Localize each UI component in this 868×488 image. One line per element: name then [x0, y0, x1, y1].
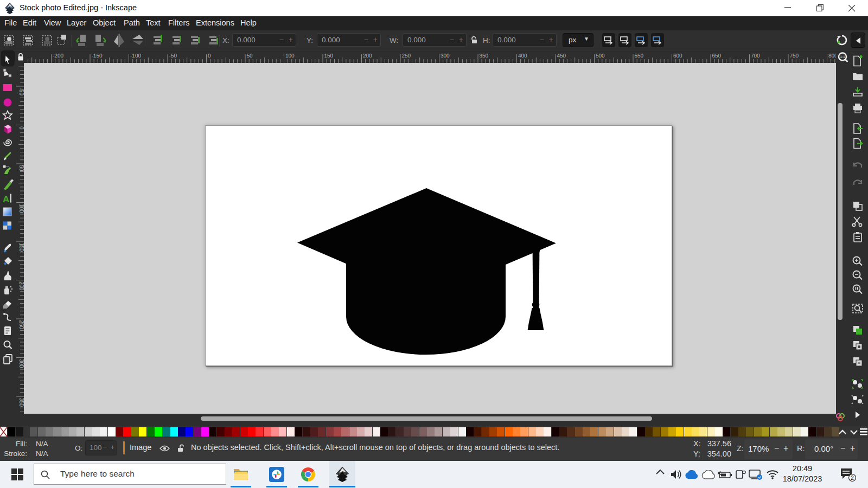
svg-text:550: 550	[634, 53, 643, 59]
svg-text:0: 0	[208, 53, 211, 59]
svg-text:50: 50	[246, 53, 253, 59]
svg-text:A: A	[3, 194, 9, 204]
svg-text:150: 150	[18, 243, 24, 252]
svg-text:350: 350	[18, 398, 24, 407]
svg-text:-150: -150	[91, 53, 102, 59]
svg-text:650: 650	[712, 53, 721, 59]
svg-text:150: 150	[324, 53, 333, 59]
svg-text:100: 100	[285, 53, 295, 59]
svg-text:200: 200	[363, 53, 372, 59]
svg-text:1:1: 1:1	[840, 55, 845, 59]
svg-text:350: 350	[479, 53, 488, 59]
svg-text:750: 750	[789, 53, 799, 59]
svg-text:300: 300	[441, 53, 450, 59]
svg-text:450: 450	[557, 53, 566, 59]
svg-text:700: 700	[751, 53, 760, 59]
svg-text:-50: -50	[18, 88, 24, 96]
svg-text:300: 300	[18, 359, 24, 368]
svg-text:-200: -200	[53, 53, 63, 59]
svg-text:2: 2	[851, 474, 854, 481]
svg-text:800: 800	[828, 53, 836, 59]
svg-text:500: 500	[596, 53, 605, 59]
svg-text:200: 200	[18, 281, 24, 291]
svg-text:50: 50	[18, 165, 24, 172]
svg-text:600: 600	[673, 53, 682, 59]
svg-text:400: 400	[518, 53, 527, 59]
svg-text:-100: -100	[130, 53, 141, 59]
svg-text:250: 250	[401, 53, 411, 59]
svg-text:100: 100	[18, 204, 24, 213]
svg-text:250: 250	[18, 320, 24, 330]
svg-text:-50: -50	[169, 53, 177, 59]
